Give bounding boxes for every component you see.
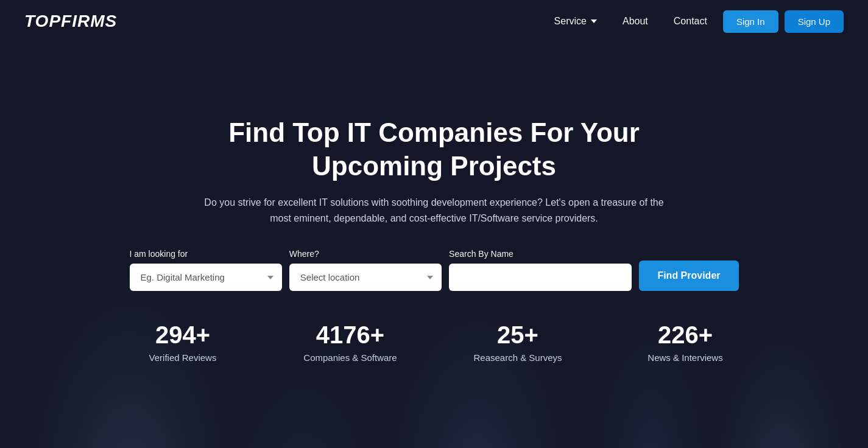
nav-about[interactable]: About <box>613 11 658 32</box>
stat-research: 25+ Reasearch & Surveys <box>434 321 602 363</box>
nav-contact[interactable]: Contact <box>664 11 717 32</box>
stat-label-1: Companies & Software <box>279 352 422 363</box>
looking-for-select[interactable]: Eg. Digital Marketing <box>130 264 282 291</box>
stat-number-3: 226+ <box>614 321 757 349</box>
stat-label-2: Reasearch & Surveys <box>446 352 590 363</box>
nav-service-label: Service <box>554 16 587 27</box>
signup-button[interactable]: Sign Up <box>785 10 844 33</box>
looking-for-label: I am looking for <box>130 249 188 259</box>
hero-section: TOPFiRMS Service About Contact Sign In S… <box>0 0 868 448</box>
signin-button[interactable]: Sign In <box>723 10 778 33</box>
stat-news: 226+ News & Interviews <box>602 321 769 363</box>
where-label: Where? <box>289 249 319 259</box>
search-by-name-label: Search By Name <box>449 249 513 259</box>
stat-verified-reviews: 294+ Verified Reviews <box>99 321 267 363</box>
hero-subtitle: Do you strive for excellent IT solutions… <box>203 195 666 226</box>
stats-bar: 294+ Verified Reviews 4176+ Companies & … <box>99 321 769 363</box>
location-select-wrapper: Select location <box>289 264 442 291</box>
chevron-down-icon <box>591 19 597 23</box>
nav-links: Service About Contact Sign In Sign Up <box>545 10 844 33</box>
search-bar: I am looking for Eg. Digital Marketing W… <box>130 249 739 291</box>
nav-contact-label: Contact <box>674 16 707 27</box>
looking-for-group: I am looking for Eg. Digital Marketing <box>130 249 282 291</box>
stat-label-0: Verified Reviews <box>111 352 255 363</box>
logo: TOPFiRMS <box>24 12 117 31</box>
search-name-group: Search By Name <box>449 249 632 291</box>
hero-title: Find Top IT Companies For Your Upcoming … <box>160 116 708 183</box>
stat-companies: 4176+ Companies & Software <box>267 321 434 363</box>
stat-number-2: 25+ <box>446 321 590 349</box>
looking-for-select-wrapper: Eg. Digital Marketing <box>130 264 282 291</box>
location-select[interactable]: Select location <box>289 264 442 291</box>
nav-service[interactable]: Service <box>545 11 607 32</box>
search-name-input[interactable] <box>449 264 632 291</box>
stat-number-1: 4176+ <box>279 321 422 349</box>
find-provider-button[interactable]: Find Provider <box>639 261 738 291</box>
stat-label-3: News & Interviews <box>614 352 757 363</box>
where-group: Where? Select location <box>289 249 442 291</box>
stat-number-0: 294+ <box>111 321 255 349</box>
hero-content: Find Top IT Companies For Your Upcoming … <box>0 30 868 448</box>
nav-about-label: About <box>623 16 648 27</box>
